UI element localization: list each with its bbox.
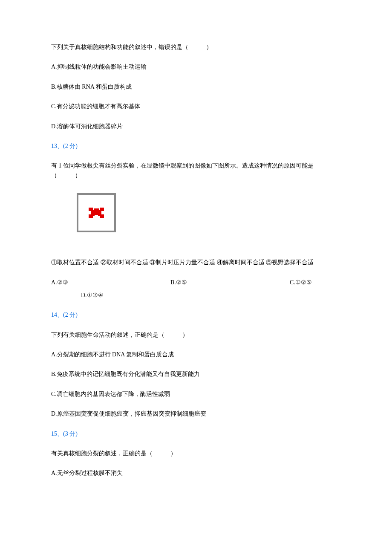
- q14-option-d: D.原癌基因突变促使细胞癌变，抑癌基因突变抑制细胞癌变: [51, 409, 341, 419]
- q13-option-b: B.②⑤: [170, 278, 290, 287]
- q13-option-a: A.②③: [51, 278, 170, 287]
- q12-option-d: D.溶酶体可消化细胞器碎片: [51, 122, 341, 131]
- broken-image-icon: [89, 205, 104, 220]
- q13-option-c: C.①②⑤: [290, 278, 341, 287]
- q13-options-row: A.②③ B.②⑤ C.①②⑤: [51, 278, 341, 287]
- q12-stem: 下列关于真核细胞结构和功能的叙述中，错误的是（ ）: [51, 43, 341, 52]
- q12-option-c: C.有分泌功能的细胞才有高尔基体: [51, 102, 341, 111]
- q14-number: 14、(2 分): [51, 310, 341, 320]
- q13-option-d: D.①③④: [51, 291, 341, 300]
- q12-option-b: B.核糖体由 RNA 和蛋白质构成: [51, 82, 341, 92]
- q15-stem: 有关真核细胞分裂的叙述，正确的是（ ）: [51, 449, 341, 458]
- q15-number: 15、(3 分): [51, 429, 341, 439]
- svg-rect-6: [91, 213, 95, 216]
- q14-option-a: A.分裂期的细胞不进行 DNA 复制和蛋白质合成: [51, 350, 341, 359]
- q13-choices-line: ①取材位置不合适 ②取材时间不合适 ③制片时压片力量不合适 ④解离时间不合适 ⑤…: [51, 258, 341, 267]
- q14-option-b: B.免疫系统中的记忆细胞既有分化潜能又有自我更新能力: [51, 370, 341, 379]
- svg-rect-7: [98, 213, 101, 216]
- broken-image-placeholder: [77, 193, 116, 232]
- q12-option-a: A.抑制线粒体的功能会影响主动运输: [51, 62, 341, 72]
- q14-option-c: C.凋亡细胞内的基因表达都下降，酶活性减弱: [51, 390, 341, 399]
- q13-stem: 有 1 位同学做根尖有丝分裂实验，在显微镜中观察到的图像如下图所示。造成这种情况…: [51, 161, 341, 180]
- q14-stem: 下列有关细胞生命活动的叙述，正确的是（ ）: [51, 330, 341, 340]
- q13-number: 13、(2 分): [51, 142, 341, 151]
- q15-option-a: A.无丝分裂过程核膜不消失: [51, 468, 341, 478]
